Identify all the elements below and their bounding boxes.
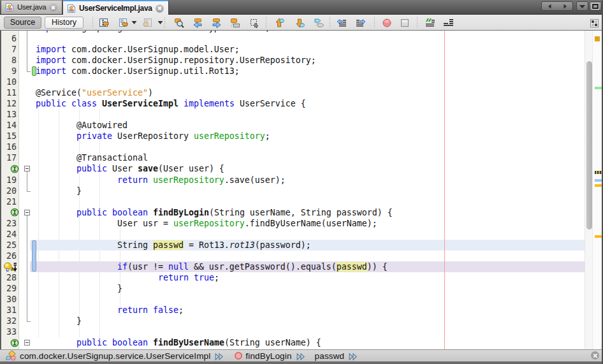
line-number: 25 xyxy=(6,240,17,251)
code-text-area[interactable]: import com.docker.UserSignup.model.User;… xyxy=(0,31,585,349)
line-number: 11 xyxy=(6,87,17,98)
tab-label: User.java xyxy=(17,3,46,11)
tab-close-icon[interactable] xyxy=(49,3,57,11)
line-number: 21 xyxy=(6,196,17,207)
previous-bookmark-button[interactable] xyxy=(274,18,284,28)
code-line-19: return userRepository.save(user); xyxy=(36,175,286,186)
toggle-bookmark-button[interactable] xyxy=(314,18,324,28)
comment-button[interactable] xyxy=(425,18,435,28)
next-bookmark-button[interactable] xyxy=(294,18,305,28)
split-document-button[interactable] xyxy=(590,19,599,27)
code-line-12: public class UserServiceImpl implements … xyxy=(36,98,306,109)
line-number: 17 xyxy=(6,152,17,163)
implements-icon[interactable] xyxy=(10,339,19,347)
breadcrumb-item[interactable]: com.docker.UserSignup.service.UserServic… xyxy=(20,351,210,361)
error-stripe-mark[interactable] xyxy=(595,87,602,89)
find-next-button[interactable] xyxy=(212,18,222,28)
tab-list-dropdown-button[interactable] xyxy=(576,1,588,11)
line-number: 16 xyxy=(6,142,17,152)
implements-icon[interactable] xyxy=(10,208,19,217)
start-macro-recording-button[interactable] xyxy=(382,18,392,28)
tab-user-java[interactable]: User.java xyxy=(1,0,62,14)
line-number: 26 xyxy=(6,251,17,261)
line-number: 31 xyxy=(6,305,17,316)
breadcrumb-item[interactable]: findByLogin xyxy=(245,351,291,361)
line-number: 32 xyxy=(6,316,17,326)
shift-line-left-button[interactable] xyxy=(337,18,347,28)
error-stripe-mark[interactable] xyxy=(595,235,602,238)
class-icon xyxy=(6,351,17,361)
tab-close-icon[interactable] xyxy=(156,4,164,13)
window-left-border xyxy=(0,31,1,349)
line-number: 29 xyxy=(6,283,17,294)
maximize-window-button[interactable] xyxy=(589,1,602,11)
chevron-right-icon[interactable] xyxy=(215,353,224,361)
code-line-18: public User save(User user) { xyxy=(36,163,224,174)
toggle-rectangular-selection-button[interactable] xyxy=(249,18,259,28)
tab-scroll-right-button[interactable] xyxy=(557,1,573,11)
chevron-right-icon[interactable] xyxy=(349,353,358,361)
code-line-8: import com.docker.UserSignup.repository.… xyxy=(36,55,316,66)
error-stripe-mark[interactable] xyxy=(595,171,602,174)
fold-collapse-icon[interactable] xyxy=(24,210,30,215)
shift-line-right-button[interactable] xyxy=(356,18,366,28)
fold-end-tick xyxy=(27,191,31,192)
find-previous-button[interactable] xyxy=(193,18,203,28)
toggle-highlight-search-button[interactable] xyxy=(230,18,240,28)
back-dropdown-arrow[interactable] xyxy=(131,20,137,25)
code-line-22: public boolean findByLogin(String userNa… xyxy=(36,207,393,218)
editor-toolbar: Source History xyxy=(0,15,603,31)
code-line-7: import com.docker.UserSignup.model.User; xyxy=(36,44,240,55)
error-stripe[interactable] xyxy=(593,31,602,349)
code-line-31: return false; xyxy=(36,305,184,316)
breadcrumb-close-icon[interactable] xyxy=(591,351,599,360)
last-edit-location-button[interactable] xyxy=(99,18,109,28)
toolbar-separator xyxy=(164,17,165,27)
line-number: 23 xyxy=(6,218,17,229)
stop-macro-recording-button[interactable] xyxy=(400,18,410,28)
error-stripe-mark[interactable] xyxy=(595,184,602,187)
line-number: 28 xyxy=(6,272,17,283)
code-line-14: @Autowired xyxy=(36,120,127,131)
line-number: 8 xyxy=(11,55,17,66)
breadcrumb-item[interactable]: passwd xyxy=(315,351,345,361)
forward-button[interactable] xyxy=(143,18,153,28)
fold-end-tick xyxy=(27,321,31,322)
tab-userserviceimpl-java[interactable]: UserServiceImpl.java xyxy=(63,0,169,15)
code-line-29: } xyxy=(36,283,122,294)
line-number: 15 xyxy=(6,131,17,142)
right-margin-line xyxy=(444,31,445,349)
code-line-27: if(usr != null && usr.getPassword().equa… xyxy=(36,261,388,272)
line-number: 9 xyxy=(11,66,17,76)
fold-line xyxy=(27,171,27,191)
vcs-change-bar xyxy=(32,66,36,76)
warning-status-square[interactable] xyxy=(595,36,600,41)
java-file-icon xyxy=(67,4,76,13)
back-button[interactable] xyxy=(118,18,128,28)
line-number: 20 xyxy=(6,186,17,196)
code-line-15: private UserRepository userRepository; xyxy=(36,131,270,142)
fold-end-tick xyxy=(27,71,31,72)
implements-icon[interactable] xyxy=(10,164,19,173)
code-line-9: import com.docker.UserSignup.util.Rot13; xyxy=(36,66,240,76)
tab-label: UserServiceImpl.java xyxy=(79,4,152,13)
find-selection-button[interactable] xyxy=(174,18,184,28)
chevron-right-icon[interactable] xyxy=(296,353,305,361)
history-view-button[interactable]: History xyxy=(45,17,84,29)
fold-collapse-icon[interactable] xyxy=(24,340,30,346)
code-line-11: @Service("userService") xyxy=(36,87,153,98)
uncomment-button[interactable] xyxy=(443,18,453,28)
source-view-button[interactable]: Source xyxy=(4,17,41,29)
fold-collapse-icon[interactable] xyxy=(24,166,30,171)
scrollbar-thumb[interactable] xyxy=(586,61,592,229)
code-line-25: String passwd = Rot13.rot13(password); xyxy=(36,240,311,251)
hint-bulb-icon[interactable] xyxy=(3,262,17,273)
fold-line xyxy=(27,215,27,321)
tab-scroll-left-button[interactable] xyxy=(541,1,558,11)
forward-dropdown-arrow[interactable] xyxy=(157,20,163,25)
line-number-gutter[interactable]: 6789101112131415161719202123242526282930… xyxy=(0,31,19,349)
code-line-28: return true; xyxy=(36,272,219,283)
breadcrumb-bar: com.docker.UserSignup.service.UserServic… xyxy=(0,349,603,361)
error-stripe-mark[interactable] xyxy=(595,179,602,182)
code-line-32: } xyxy=(36,316,82,326)
